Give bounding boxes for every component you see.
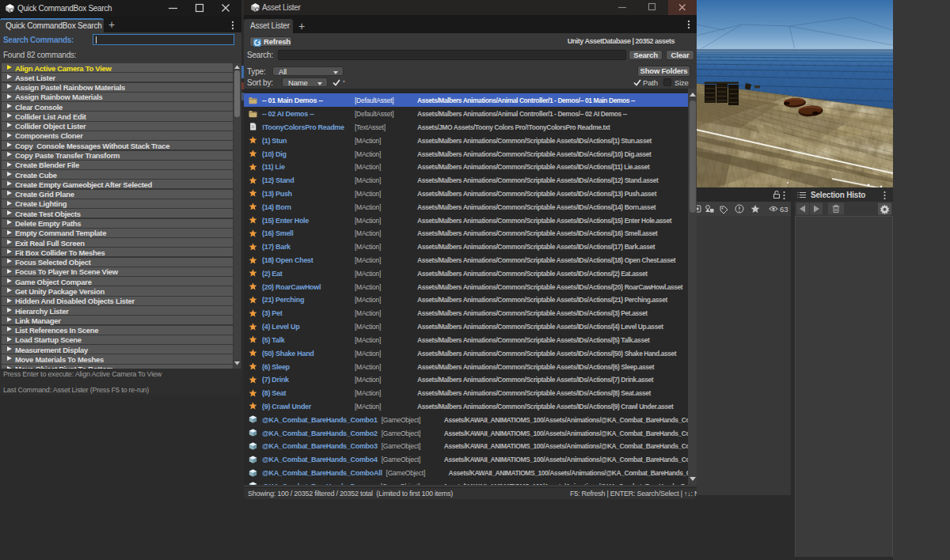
svg-text:63: 63 [780, 205, 788, 214]
svg-text:Selection Histo: Selection Histo [811, 191, 865, 199]
